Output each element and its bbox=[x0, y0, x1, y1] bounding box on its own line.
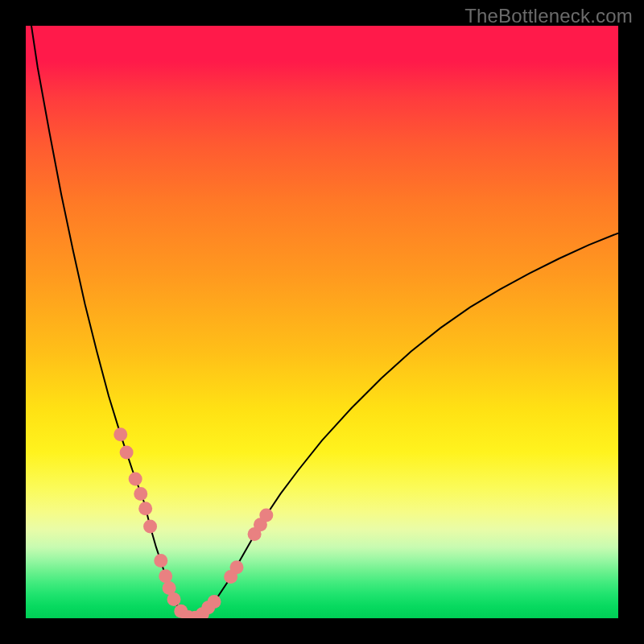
data-point bbox=[208, 595, 221, 609]
data-point bbox=[138, 502, 152, 515]
data-point bbox=[159, 569, 172, 583]
data-point-group bbox=[114, 427, 273, 618]
data-point bbox=[129, 473, 142, 486]
bottleneck-curve bbox=[29, 26, 618, 618]
data-point bbox=[167, 592, 181, 606]
data-point bbox=[259, 508, 273, 522]
data-point bbox=[120, 445, 134, 459]
curve-overlay bbox=[26, 26, 618, 618]
chart-plot-area bbox=[26, 26, 618, 618]
data-point bbox=[154, 554, 167, 568]
data-point bbox=[114, 427, 127, 441]
watermark-label: TheBottleneck.com bbox=[464, 5, 633, 27]
data-point bbox=[134, 487, 147, 501]
data-point bbox=[143, 519, 157, 533]
data-point bbox=[230, 560, 244, 574]
